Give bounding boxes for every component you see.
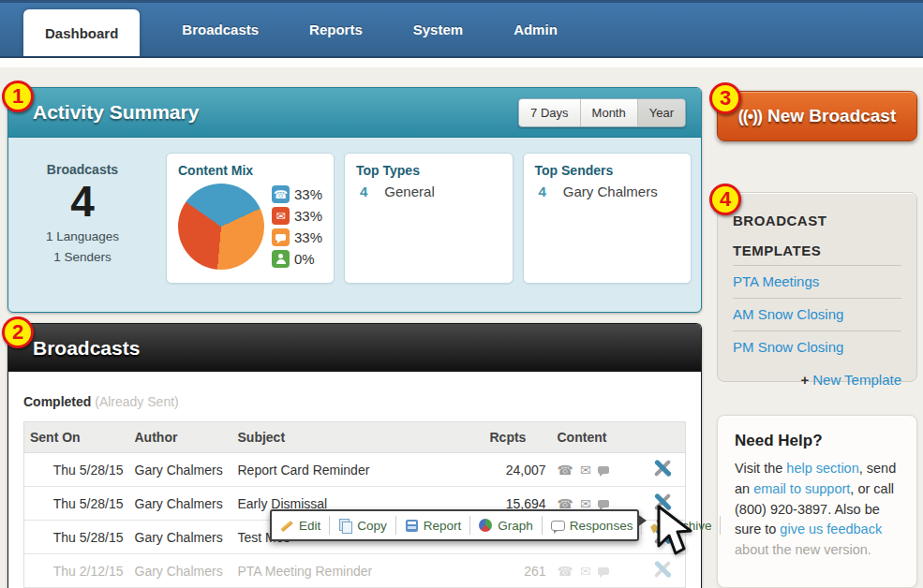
broadcast-count: 4 (8, 177, 156, 227)
need-help-text: Visit the help section, send an email to… (735, 459, 900, 561)
sms-icon (598, 567, 609, 575)
broadcasts-table: Sent On Author Subject Rcpts Content Thu… (23, 421, 686, 588)
col-subject: Subject (232, 422, 484, 453)
activity-summary-body: Broadcasts 4 1 Languages 1 Senders Conte… (8, 138, 701, 284)
annotation-badge-3: 3 (709, 82, 741, 114)
feedback-link[interactable]: give us feedback (780, 522, 882, 537)
tools-icon[interactable] (653, 560, 672, 579)
tools-icon[interactable] (653, 459, 672, 478)
legend-item: 33% (272, 228, 322, 246)
content-mix-title: Content Mix (178, 163, 322, 178)
legend-value: 0% (294, 251, 315, 267)
senders-count: 1 Senders (8, 247, 156, 268)
legend-item: 0% (272, 250, 322, 268)
broadcasts-header: Broadcasts (8, 324, 701, 372)
pencil-icon (280, 519, 294, 533)
nav-divider (0, 58, 923, 67)
top-types-card: Top Types 4 General (344, 153, 514, 284)
broadcast-icon: ((•)) (738, 107, 762, 126)
templates-heading-line2: TEMPLATES (733, 236, 901, 266)
help-text-segment: about the new version. (735, 542, 871, 557)
pie-chart-icon (479, 519, 493, 533)
top-types-title: Top Types (356, 163, 501, 178)
legend-value: 33% (294, 186, 322, 202)
phone-icon: ☎ (558, 564, 573, 579)
graph-button[interactable]: Graph (470, 516, 543, 535)
speech-bubble-icon (551, 519, 565, 533)
sms-icon (272, 228, 290, 246)
tab-admin[interactable]: Admin (488, 3, 583, 56)
languages-count: 1 Languages (8, 227, 156, 247)
top-types-label: General (384, 184, 434, 199)
report-button[interactable]: Report (396, 516, 471, 535)
mouse-cursor-icon (655, 505, 694, 557)
template-item: PTA Meetings (733, 265, 901, 298)
phone-icon: ☎ (272, 185, 290, 203)
row-actions-toolbar: Edit Copy Report Graph Responses Archive (270, 509, 639, 541)
sms-icon (598, 466, 609, 474)
tab-reports[interactable]: Reports (284, 3, 388, 56)
stats-label: Broadcasts (8, 162, 156, 177)
template-link-pta-meetings[interactable]: PTA Meetings (733, 273, 819, 289)
email-icon: ✉ (580, 564, 591, 579)
top-nav: Dashboard Broadcasts Reports System Admi… (0, 0, 923, 58)
responses-button[interactable]: Responses (543, 516, 643, 535)
edit-button[interactable]: Edit (272, 516, 330, 535)
copy-icon (338, 519, 352, 533)
template-link-am-snow-closing[interactable]: AM Snow Closing (733, 306, 843, 322)
range-7days-button[interactable]: 7 Days (519, 99, 580, 126)
completed-section-note: (Already Sent) (95, 394, 178, 409)
person-icon (272, 250, 290, 268)
content-mix-card: Content Mix ☎ 33% ✉ 33% 33% (166, 153, 335, 284)
tab-system[interactable]: System (388, 3, 488, 56)
broadcasts-title: Broadcasts (33, 337, 140, 360)
range-year-button[interactable]: Year (638, 99, 685, 126)
completed-section-label: Completed (23, 394, 91, 409)
annotation-badge-1: 1 (2, 81, 34, 112)
template-link-pm-snow-closing[interactable]: PM Snow Closing (733, 339, 843, 355)
phone-icon: ☎ (558, 463, 573, 478)
content-mix-legend: ☎ 33% ✉ 33% 33% 0% (272, 185, 322, 268)
plus-icon: + (800, 372, 809, 388)
date-range-toggle: 7 Days Month Year (518, 98, 686, 127)
new-broadcast-button[interactable]: ((•)) New Broadcast (717, 91, 917, 141)
sms-icon (598, 500, 609, 507)
top-types-count: 4 (360, 184, 367, 199)
tab-dashboard[interactable]: Dashboard (23, 9, 140, 56)
new-template-button[interactable]: +New Template (733, 363, 901, 396)
activity-summary-header: Activity Summary 7 Days Month Year (8, 88, 701, 138)
template-item: PM Snow Closing (733, 331, 901, 363)
email-support-link[interactable]: email to support (753, 481, 850, 496)
email-icon: ✉ (272, 207, 290, 225)
top-senders-card: Top Senders 4 Gary Chalmers (523, 153, 692, 284)
toolbar-notch (637, 514, 647, 527)
broadcast-templates-box: BROADCAST TEMPLATES PTA Meetings AM Snow… (717, 192, 917, 382)
table-row[interactable]: Thu 2/12/15 Gary Chalmers PTA Meeting Re… (24, 554, 686, 588)
col-rcpts: Rcpts (484, 422, 552, 453)
templates-heading-line1: BROADCAST (733, 206, 901, 236)
col-content: Content (552, 422, 641, 453)
legend-item: ✉ 33% (272, 207, 322, 225)
table-header-row: Sent On Author Subject Rcpts Content (24, 422, 686, 453)
annotation-badge-4: 4 (709, 184, 741, 215)
col-sent-on: Sent On (24, 422, 129, 453)
new-template-label: New Template (812, 372, 901, 388)
tab-broadcasts[interactable]: Broadcasts (156, 3, 284, 56)
content-mix-pie-chart (178, 184, 264, 270)
template-item: AM Snow Closing (733, 298, 901, 331)
need-help-box: Need Help? Visit the help section, send … (717, 415, 917, 588)
col-tools (641, 422, 686, 453)
broadcasts-panel: Broadcasts Completed (Already Sent) Sent… (7, 323, 702, 588)
help-section-link[interactable]: help section (786, 461, 858, 476)
need-help-title: Need Help? (735, 432, 900, 450)
copy-button[interactable]: Copy (330, 516, 396, 535)
activity-summary-title: Activity Summary (33, 101, 199, 124)
col-author: Author (129, 422, 232, 453)
activity-summary-panel: Activity Summary 7 Days Month Year Broad… (7, 87, 702, 313)
range-month-button[interactable]: Month (581, 99, 638, 126)
table-row[interactable]: Thu 5/28/15 Gary Chalmers Report Card Re… (24, 453, 686, 487)
legend-value: 33% (294, 229, 322, 245)
legend-item: ☎ 33% (272, 185, 322, 203)
help-text-segment: Visit the (735, 461, 786, 476)
top-senders-count: 4 (539, 184, 546, 199)
